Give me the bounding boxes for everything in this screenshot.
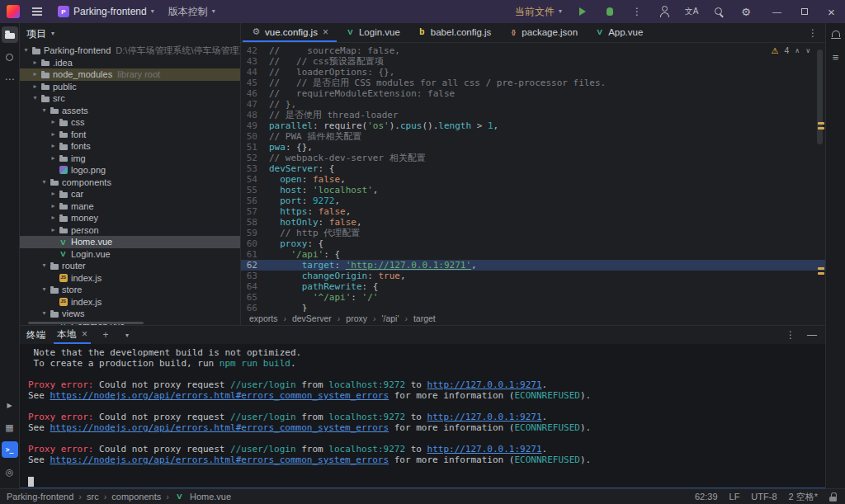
project-icon[interactable] <box>2 26 18 43</box>
code-link[interactable]: 'http://127.0.0.1:9271' <box>346 260 471 271</box>
translate-button[interactable]: 文A <box>682 2 701 21</box>
chevron-right-icon[interactable]: ▸ <box>31 59 40 66</box>
minimize-button[interactable]: — <box>763 0 791 23</box>
tree-item-store[interactable]: ▾store <box>20 284 240 296</box>
close-button[interactable]: × <box>818 0 845 23</box>
project-panel-header[interactable]: 项目 ▾ <box>20 23 240 45</box>
warning-stripe-mark[interactable] <box>818 122 824 125</box>
tree-item-src[interactable]: ▾src <box>20 92 240 105</box>
tree-item-public[interactable]: ▸public <box>20 81 240 93</box>
terminal-link[interactable]: https://nodejs.org/api/errors.html#error… <box>50 390 389 401</box>
chevron-down-icon[interactable]: ▾ <box>31 95 40 101</box>
chevron-right-icon[interactable]: ▸ <box>31 83 40 90</box>
tree-item-css[interactable]: ▸css <box>20 116 240 129</box>
tree-item-login-vue[interactable]: VLogin.vue <box>20 248 240 261</box>
more-tools-icon[interactable] <box>2 71 18 87</box>
new-terminal-button[interactable]: + <box>99 327 112 342</box>
tree-item-img[interactable]: ▸img <box>20 153 240 165</box>
hide-terminal-button[interactable]: — <box>805 327 819 342</box>
code-line[interactable]: 62 target: 'http://127.0.0.1:9271', <box>241 260 825 271</box>
code-line[interactable]: 63 changeOrigin: true, <box>241 271 825 281</box>
breadcrumb-item[interactable]: devServer <box>292 313 332 323</box>
code-line[interactable]: 45// // 是否启用 CSS modules for all css / p… <box>241 78 825 88</box>
code-line[interactable]: 42// sourceMap: false, <box>241 45 825 56</box>
tree-item-money[interactable]: ▸money <box>20 212 240 224</box>
warning-stripe-mark[interactable] <box>818 272 824 275</box>
readonly-lock-icon[interactable] <box>829 492 837 502</box>
breadcrumb-item[interactable]: '/api' <box>381 313 399 323</box>
terminal-link[interactable]: http://127.0.0.1:9271 <box>427 444 542 455</box>
project-widget[interactable]: P Parking-frontend ▾ <box>54 2 158 21</box>
code-line[interactable]: 52// webpack-dev-server 相关配置 <box>241 153 825 163</box>
terminal-icon[interactable] <box>2 441 18 458</box>
terminal-tab-local[interactable]: 本地 × <box>54 326 91 344</box>
terminal-link[interactable]: http://127.0.0.1:9271 <box>427 379 542 390</box>
tree-item-person[interactable]: ▸person <box>20 224 240 237</box>
prev-highlight-icon[interactable]: ∧ <box>795 45 800 56</box>
editor-scrollbar[interactable] <box>817 49 823 144</box>
chevron-down-icon[interactable]: ▾ <box>40 262 49 269</box>
warning-stripe-mark[interactable] <box>818 267 824 270</box>
chevron-right-icon[interactable]: ▸ <box>49 214 58 221</box>
indent-style[interactable]: 2 空格* <box>789 491 818 503</box>
chevron-right-icon[interactable]: ▸ <box>49 191 58 197</box>
services-icon[interactable] <box>2 419 18 436</box>
code-line[interactable]: 56 port: 9272, <box>241 195 825 206</box>
close-tab-icon[interactable]: × <box>82 329 87 339</box>
search-everywhere-button[interactable] <box>709 2 729 21</box>
inspections-widget[interactable]: ⚠ 4 ∧ ∨ <box>771 45 810 56</box>
chevron-down-icon[interactable]: ▾ <box>21 47 31 54</box>
next-highlight-icon[interactable]: ∨ <box>805 45 810 56</box>
code-with-me-button[interactable] <box>654 2 674 21</box>
status-path-item[interactable]: src <box>87 492 99 502</box>
code-line[interactable]: 58 hotOnly: false, <box>241 217 825 228</box>
tab-vue-config-js[interactable]: ⚙vue.config.js× <box>243 23 337 42</box>
chevron-down-icon[interactable]: ▾ <box>40 107 49 114</box>
code-line[interactable]: 55 host: 'localhost', <box>241 185 825 195</box>
tree-item-index-js[interactable]: JSindex.js <box>20 272 240 285</box>
tab-Login-vue[interactable]: VLogin.vue <box>337 23 408 42</box>
code-line[interactable]: 59 // http 代理配置 <box>241 228 825 238</box>
tab-App-vue[interactable]: VApp.vue <box>586 23 651 42</box>
tree-item-router[interactable]: ▾router <box>20 260 240 272</box>
chevron-right-icon[interactable]: ▸ <box>49 131 58 138</box>
code-line[interactable]: 64 pathRewrite: { <box>241 281 825 292</box>
file-encoding[interactable]: UTF-8 <box>751 492 777 502</box>
tree-item-mane[interactable]: ▸mane <box>20 200 240 213</box>
tab-package-json[interactable]: {}package.json <box>499 23 586 42</box>
run-configuration-widget[interactable]: 当前文件 ▾ <box>512 2 565 21</box>
tree-item-fonts[interactable]: ▸fonts <box>20 140 240 153</box>
code-line[interactable]: 61 '/api': { <box>241 249 825 260</box>
horizontal-scrollbar[interactable] <box>28 322 144 324</box>
tree-item--idea[interactable]: ▸.idea <box>20 57 240 69</box>
terminal-dropdown-icon[interactable]: ▾ <box>120 327 134 342</box>
tree-item-logo-png[interactable]: logo.png <box>20 164 240 177</box>
chevron-down-icon[interactable]: ▾ <box>40 286 49 293</box>
problems-icon[interactable] <box>2 464 18 480</box>
notifications-icon[interactable] <box>828 26 844 43</box>
code-line[interactable]: 65 '^/api': '/' <box>241 292 825 303</box>
more-actions-button[interactable]: ⋮ <box>627 2 647 21</box>
breadcrumb-item[interactable]: exports <box>249 313 277 323</box>
close-tab-icon[interactable]: × <box>323 27 328 37</box>
tree-item-index-js[interactable]: JSindex.js <box>20 296 240 309</box>
breadcrumb-item[interactable]: proxy <box>346 313 367 323</box>
code-line[interactable]: 47// }, <box>241 99 825 110</box>
maximize-button[interactable] <box>791 0 818 23</box>
structure-icon[interactable] <box>828 49 844 65</box>
tree-item-node-modules[interactable]: ▸node_moduleslibrary root <box>20 68 240 81</box>
code-line[interactable]: 48// 是否使用 thread-loader <box>241 110 825 120</box>
chevron-right-icon[interactable]: ▸ <box>31 71 40 78</box>
breadcrumb-item[interactable]: target <box>413 313 436 323</box>
tabs-more-icon[interactable]: ⋮ <box>800 23 825 42</box>
code-line[interactable]: 46// requireModuleExtension: false <box>241 88 825 99</box>
code-line[interactable]: 49parallel: require('os').cpus().length … <box>241 120 825 131</box>
chevron-down-icon[interactable]: ▾ <box>40 179 49 186</box>
settings-button[interactable]: ⚙ <box>736 2 756 21</box>
chevron-right-icon[interactable]: ▸ <box>49 227 58 233</box>
terminal-link[interactable]: https://nodejs.org/api/errors.html#error… <box>50 455 389 465</box>
terminal-output[interactable]: Note that the development build is not o… <box>20 344 825 488</box>
tree-item-components[interactable]: ▾components <box>20 177 240 189</box>
warning-stripe-mark[interactable] <box>818 127 824 130</box>
status-path-item[interactable]: Parking-frontend <box>7 492 73 502</box>
